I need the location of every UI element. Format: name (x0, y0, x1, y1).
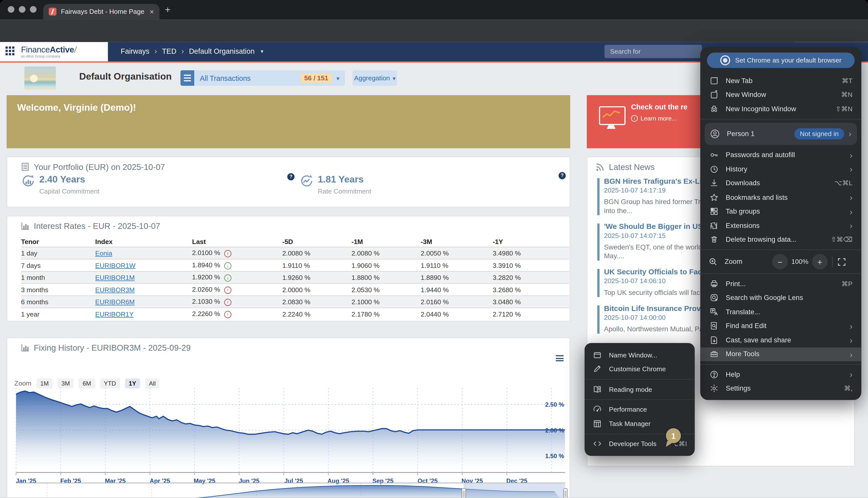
chevron-right-icon: › (850, 221, 852, 230)
minimize-window-button[interactable] (19, 6, 25, 13)
star-icon (709, 193, 718, 202)
menu-item-tab-groups[interactable]: Tab groups › (700, 204, 861, 218)
capital-commitment-icon (21, 174, 36, 188)
index-link[interactable]: EURIBOR6M (95, 298, 134, 306)
zoom-icon (708, 257, 717, 266)
d5-cell: 2.0080 % (282, 249, 352, 257)
m1-cell: 2.1780 % (352, 310, 421, 318)
breadcrumb-separator: › (154, 47, 157, 55)
chevron-right-icon: › (850, 321, 852, 331)
breadcrumb-fairways[interactable]: Fairways (120, 47, 150, 55)
zoom-value: 100% (788, 258, 812, 265)
new-tab-button[interactable]: + (165, 4, 170, 16)
menu-item-help[interactable]: Help › (700, 367, 861, 381)
transactions-menu-button[interactable] (181, 70, 194, 86)
m3-cell: 2.0440 % (421, 310, 493, 318)
chevron-down-icon: ▾ (337, 75, 339, 81)
d5-cell: 1.9260 % (282, 274, 352, 281)
menu-item-passwords-and-autofill[interactable]: Passwords and autofill › (700, 148, 861, 162)
close-window-button[interactable] (8, 6, 14, 13)
menu-item-new-window[interactable]: New Window ⌘N (700, 88, 861, 102)
column-5d: -5D (282, 238, 352, 246)
rate-commitment-label: Rate Commitment (318, 187, 371, 195)
transactions-count-badge: 56 / 151 (300, 73, 332, 83)
menu-item-translate[interactable]: Translate... (700, 305, 861, 319)
browser-tab[interactable]: Fairways Debt - Home Page × (43, 4, 159, 19)
y1-cell: 2.7120 % (493, 310, 569, 318)
translate-icon (709, 307, 718, 316)
breadcrumb-organisation[interactable]: Default Organisation (189, 47, 255, 55)
pencil-icon (592, 365, 601, 374)
set-default-browser-button[interactable]: Set Chrome as your default browser (707, 52, 855, 68)
tab-close-icon[interactable]: × (150, 8, 154, 16)
index-link[interactable]: EURIBOR1M (95, 274, 134, 281)
breadcrumb-separator: › (181, 47, 184, 55)
info-icon: i (631, 115, 638, 121)
app-grid-icon[interactable] (5, 47, 16, 56)
promo-learn-more-link[interactable]: i Learn more... (631, 115, 677, 121)
zoom-out-button[interactable]: − (772, 254, 788, 270)
menu-item-find-and-edit[interactable]: Find and Edit › (700, 319, 861, 333)
chevron-right-icon: › (850, 165, 852, 174)
tenor-cell: 1 month (21, 274, 95, 281)
not-signed-in-badge: Not signed in (794, 128, 844, 139)
m1-cell: 2.1000 % (352, 298, 421, 306)
menu-item-downloads[interactable]: Downloads ⌥⌘L (700, 176, 861, 190)
menu-item-delete-browsing-data[interactable]: Delete browsing data... ⇧⌘⌫ (700, 233, 861, 247)
welcome-banner: Welcome, Virginie (Demo)! (7, 95, 570, 148)
person-icon (710, 129, 720, 138)
profile-row[interactable]: Person 1 Not signed in › (705, 122, 857, 145)
menu-item-cast-save-and-share[interactable]: Cast, save and share › (700, 333, 861, 347)
menu-item-settings[interactable]: Settings ⌘, (700, 381, 861, 396)
toolbox-icon (709, 350, 718, 359)
menu-item-new-incognito-window[interactable]: New Incognito Window ⇧⌘N (700, 102, 861, 116)
help-icon[interactable]: ? (287, 173, 295, 181)
index-link[interactable]: Eonia (95, 249, 112, 257)
zoom-divider (832, 256, 832, 267)
menu-item-performance[interactable]: Performance (585, 402, 695, 416)
organisation-thumbnail[interactable] (24, 66, 56, 90)
breadcrumb-ted[interactable]: TED (162, 47, 176, 55)
shortcut-label: ⌘P (841, 280, 852, 288)
menu-divider (700, 249, 861, 250)
menu-item-history[interactable]: History › (700, 162, 861, 176)
financeactive-logo[interactable]: FinanceActive/ (21, 45, 76, 54)
help-icon[interactable]: ? (559, 172, 566, 179)
menu-item-new-tab[interactable]: New Tab ⌘T (700, 74, 861, 88)
menu-item-print[interactable]: Print... ⌘P (700, 277, 861, 291)
d5-cell: 2.0000 % (282, 286, 352, 293)
fixing-history-chart[interactable]: Jan '25Feb '25Mar '25Apr '25May '25Jun '… (7, 338, 571, 498)
menu-item-bookmarks-and-lists[interactable]: Bookmarks and lists › (700, 190, 861, 204)
up-arrow-icon: ↑ (224, 287, 232, 294)
maximize-window-button[interactable] (30, 6, 36, 13)
menu-item-extensions[interactable]: Extensions › (700, 219, 861, 233)
chevron-down-icon[interactable]: ▾ (261, 48, 263, 54)
transactions-filter-label: All Transactions (200, 74, 300, 82)
fullscreen-icon[interactable] (837, 257, 846, 266)
search-input[interactable] (605, 45, 702, 58)
menu-item-search-with-google-lens[interactable]: Search with Google Lens (700, 291, 861, 305)
aggregation-dropdown[interactable]: Aggregation ▾ (353, 70, 397, 86)
menu-item-reading-mode[interactable]: Reading mode (585, 382, 695, 396)
history-icon (709, 165, 718, 174)
transactions-filter-dropdown[interactable]: All Transactions 56 / 151 ▾ (194, 70, 345, 86)
aggregation-label: Aggregation (354, 74, 390, 82)
column-last: Last (192, 238, 282, 246)
index-link[interactable]: EURIBOR1Y (95, 310, 134, 318)
window-icon (592, 350, 601, 360)
tenor-cell: 3 months (21, 286, 95, 293)
bar-chart-icon (21, 222, 29, 230)
code-icon (592, 439, 601, 448)
capital-commitment-value: 2.40 Years (39, 174, 85, 185)
screen: Fairways Debt - Home Page × + ← → debt.d… (0, 0, 868, 498)
tenor-cell: 1 day (21, 249, 95, 257)
index-link[interactable]: EURIBOR3M (95, 286, 134, 293)
y1-cell: 3.4980 % (493, 249, 569, 257)
zoom-in-button[interactable]: + (812, 254, 828, 270)
index-link[interactable]: EURIBOR1W (95, 261, 135, 269)
m3-cell: 2.0050 % (421, 249, 493, 257)
menu-item-name-window[interactable]: Name Window... (585, 348, 695, 362)
menu-item-more-tools[interactable]: More Tools › (700, 347, 861, 361)
menu-item-customise-chrome[interactable]: Customise Chrome (585, 362, 695, 376)
column-index: Index (95, 238, 192, 246)
